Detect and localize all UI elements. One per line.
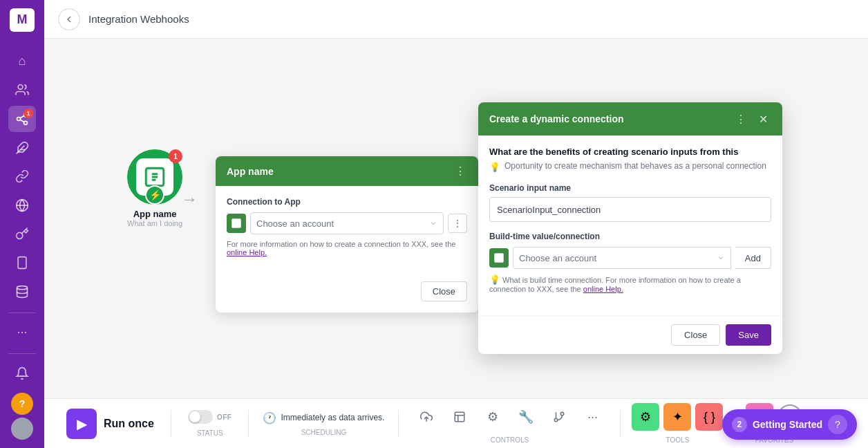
getting-started-pill[interactable]: 2 Getting Started ? [722, 409, 857, 440]
controls-more-btn[interactable]: ··· [578, 403, 606, 431]
scheduling-text: Immediately as data arrives. [281, 413, 384, 422]
status-group: OFF STATUS [177, 410, 243, 437]
add-button[interactable]: Add [735, 247, 771, 269]
benefits-section: What are the benefits of creating scenar… [489, 147, 771, 172]
sidebar-divider [8, 312, 36, 313]
bolt-badge: ⚡ [145, 185, 164, 205]
toggle-row: OFF [188, 410, 232, 424]
online-help-link[interactable]: online Help. [227, 248, 267, 256]
controls-fork-btn[interactable] [545, 403, 573, 431]
status-toggle[interactable] [188, 410, 213, 424]
tools-label: TOOLS [666, 436, 690, 444]
dynamic-dialog-body: What are the benefits of creating scenar… [478, 136, 782, 315]
divider-2 [248, 410, 249, 438]
sidebar-item-puzzle[interactable] [8, 135, 36, 161]
notification-badge: 1 [23, 109, 33, 118]
sidebar-item-db[interactable] [8, 279, 36, 305]
getting-started-icon: ? [828, 415, 847, 434]
divider-3 [398, 410, 399, 438]
app-dialog-body: Connection to App Choose an account ⋮ Fo… [216, 186, 478, 276]
sidebar-item-phone[interactable] [8, 250, 36, 276]
build-time-label: Build-time value/connection [489, 232, 771, 241]
svg-point-3 [24, 121, 28, 124]
conn-menu-btn[interactable]: ⋮ [448, 214, 467, 233]
run-once-button[interactable]: ▶ Run once [55, 403, 165, 445]
scheduling-label: SCHEDULING [301, 429, 347, 436]
svg-point-2 [17, 117, 21, 120]
svg-point-0 [18, 85, 23, 90]
getting-started-label: Getting Started [753, 419, 822, 430]
app-logo: M [10, 8, 35, 32]
dialog-close-icon[interactable]: ✕ [755, 111, 771, 127]
app-dialog-header: App name ⋮ [216, 156, 478, 186]
run-label: Run once [104, 418, 154, 430]
connection-section-label: Connection to App [227, 197, 467, 207]
divider-4 [620, 410, 621, 438]
app-icon-wrapper: 1 ⚡ [127, 149, 182, 205]
sidebar-help-btn[interactable]: ? [11, 393, 33, 415]
build-bulb-icon: 💡 [489, 274, 500, 285]
tools-orange-btn[interactable]: ✦ [663, 403, 691, 431]
tools-red-btn[interactable]: { } [695, 403, 723, 431]
svg-point-17 [561, 412, 565, 416]
back-button[interactable] [58, 8, 80, 30]
connection-hint: For more information on how to create a … [227, 240, 467, 256]
build-choose-account-select[interactable]: Choose an account [513, 247, 731, 269]
save-button[interactable]: Save [726, 324, 771, 346]
main-content: Integration Webhooks 1 ⚡ App name What a… [44, 0, 868, 448]
getting-started-count: 2 [732, 417, 747, 432]
clock-icon: 🕐 [263, 411, 276, 424]
bottom-bar: ▶ Run once OFF STATUS 🕐 Immediately as d… [44, 398, 868, 448]
bulb-icon: 💡 [489, 162, 500, 172]
dynamic-connection-dialog: Create a dynamic connection ⋮ ✕ What are… [478, 102, 782, 354]
build-choose-account-placeholder: Choose an account [519, 253, 596, 263]
sidebar-item-share[interactable]: 1 [8, 106, 36, 132]
scheduling-row: 🕐 Immediately as data arrives. [263, 411, 384, 424]
app-node[interactable]: 1 ⚡ App name What am I doing [127, 149, 182, 227]
divider-1 [171, 410, 171, 438]
build-icon-inner [494, 253, 504, 263]
connection-row: Choose an account ⋮ [227, 212, 467, 234]
build-online-help-link[interactable]: online Help. [583, 285, 623, 293]
status-label: STATUS [197, 429, 223, 437]
sidebar-bottom: ? [8, 360, 36, 440]
sidebar-item-link[interactable] [8, 163, 36, 189]
controls-settings-btn[interactable]: ⚙ [479, 403, 507, 431]
app-dialog-close-btn[interactable]: Close [421, 281, 467, 301]
svg-rect-15 [455, 412, 465, 422]
sidebar: M ⌂ 1 [0, 0, 44, 448]
sidebar-item-key[interactable] [8, 221, 36, 248]
app-dialog-actions: Close [216, 276, 478, 312]
choose-account-select[interactable]: Choose an account [250, 212, 444, 234]
dialog-header-actions: ⋮ ✕ [733, 111, 771, 127]
sidebar-item-more[interactable]: ··· [8, 319, 36, 345]
controls-upload-btn[interactable] [413, 403, 440, 431]
scheduling-group: 🕐 Immediately as data arrives. SCHEDULIN… [254, 411, 393, 436]
svg-point-18 [555, 418, 558, 422]
svg-rect-10 [18, 257, 26, 269]
app-dialog-title: App name [227, 166, 274, 177]
tools-green-btn[interactable]: ⚙ [632, 403, 659, 431]
sidebar-item-globe[interactable] [8, 192, 36, 218]
choose-account-placeholder: Choose an account [256, 218, 334, 229]
controls-flow-btn[interactable] [446, 403, 473, 431]
dialog-more-btn[interactable]: ⋮ [733, 111, 749, 127]
dynamic-close-btn[interactable]: Close [671, 324, 720, 346]
build-hint: 💡 What is build time connection. For mor… [489, 274, 771, 293]
sidebar-item-bell[interactable] [8, 360, 36, 387]
sidebar-divider-2 [8, 353, 36, 354]
scenario-input-label: Scenario input name [489, 183, 771, 193]
header: Integration Webhooks [44, 0, 868, 39]
canvas-area: 1 ⚡ App name What am I doing → App name … [44, 39, 868, 398]
controls-wrench-btn[interactable]: 🔧 [512, 403, 540, 431]
benefits-text: Oportunity to create mechanism that beha… [504, 161, 766, 171]
app-dialog-menu-btn[interactable]: ⋮ [455, 165, 467, 178]
toggle-off-label: OFF [217, 413, 232, 421]
sidebar-avatar[interactable] [11, 418, 33, 440]
page-title: Integration Webhooks [88, 13, 189, 25]
sidebar-item-home[interactable]: ⌂ [8, 48, 36, 75]
dynamic-dialog-title: Create a dynamic connection [489, 113, 624, 124]
sidebar-item-users[interactable] [8, 77, 36, 103]
scenario-input-field[interactable] [489, 197, 771, 222]
app-node-name: App name [133, 209, 177, 219]
